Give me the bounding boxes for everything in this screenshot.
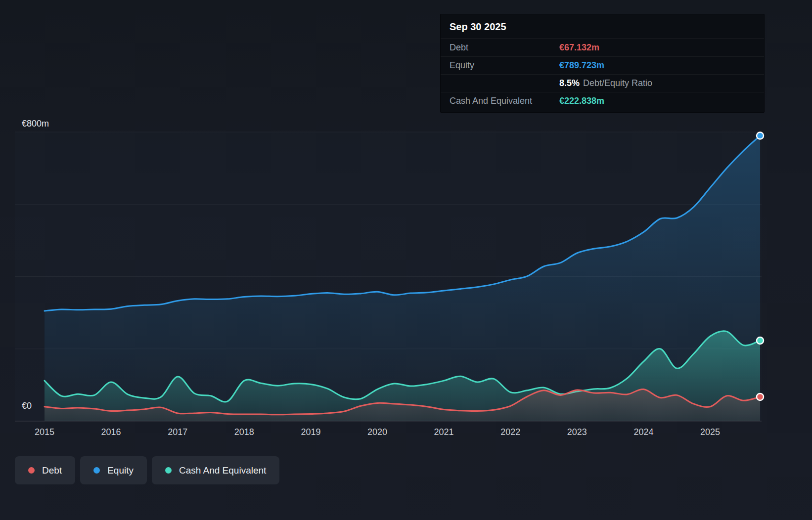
x-tick-2019: 2019 — [301, 427, 320, 437]
legend-item-debt[interactable]: Debt — [15, 456, 75, 484]
x-tick-2017: 2017 — [168, 427, 187, 437]
tooltip-ratio-value-group: 8.5%Debt/Equity Ratio — [559, 78, 652, 88]
endpoint-cash-and-equivalent[interactable] — [757, 337, 764, 344]
x-tick-2015: 2015 — [35, 427, 54, 437]
x-tick-2024: 2024 — [633, 427, 653, 437]
tooltip-cash-label: Cash And Equivalent — [450, 96, 559, 106]
chart-legend: Debt Equity Cash And Equivalent — [15, 456, 279, 484]
y-axis-label-max: €800m — [22, 119, 49, 129]
tooltip-row-cash: Cash And Equivalent €222.838m — [441, 92, 764, 112]
equity-legend-dot-icon — [93, 467, 100, 474]
tooltip-cash-value: €222.838m — [559, 96, 604, 106]
tooltip-debt-label: Debt — [450, 43, 559, 53]
tooltip-equity-label: Equity — [450, 60, 559, 71]
legend-equity-label: Equity — [107, 465, 134, 476]
x-tick-2025: 2025 — [700, 427, 720, 437]
chart-tooltip: Sep 30 2025 Debt €67.132m Equity €789.72… — [440, 14, 765, 113]
legend-item-equity[interactable]: Equity — [80, 456, 147, 484]
tooltip-row-ratio: 8.5%Debt/Equity Ratio — [441, 75, 764, 92]
debt-equity-ratio-value: 8.5% — [559, 78, 580, 88]
legend-item-cash[interactable]: Cash And Equivalent — [152, 456, 279, 484]
legend-debt-label: Debt — [42, 465, 62, 476]
debt-equity-chart-panel[interactable]: 2015201620172018201920202021202220232024… — [0, 0, 812, 520]
debt-equity-ratio-label: Debt/Equity Ratio — [583, 78, 652, 88]
tooltip-debt-value: €67.132m — [559, 43, 599, 53]
x-tick-2018: 2018 — [234, 427, 254, 437]
legend-cash-label: Cash And Equivalent — [179, 465, 266, 476]
debt-legend-dot-icon — [28, 467, 35, 474]
x-tick-2016: 2016 — [101, 427, 121, 437]
tooltip-equity-value: €789.723m — [559, 60, 604, 71]
tooltip-row-debt: Debt €67.132m — [441, 39, 764, 57]
tooltip-date: Sep 30 2025 — [441, 14, 764, 39]
x-tick-2023: 2023 — [567, 427, 587, 437]
x-tick-2021: 2021 — [434, 427, 454, 437]
cash-legend-dot-icon — [165, 467, 172, 474]
x-tick-2022: 2022 — [500, 427, 520, 437]
y-axis-label-zero: €0 — [22, 401, 32, 411]
x-tick-2020: 2020 — [367, 427, 387, 437]
endpoint-debt[interactable] — [757, 393, 764, 400]
tooltip-row-equity: Equity €789.723m — [441, 57, 764, 75]
endpoint-equity[interactable] — [757, 132, 764, 139]
